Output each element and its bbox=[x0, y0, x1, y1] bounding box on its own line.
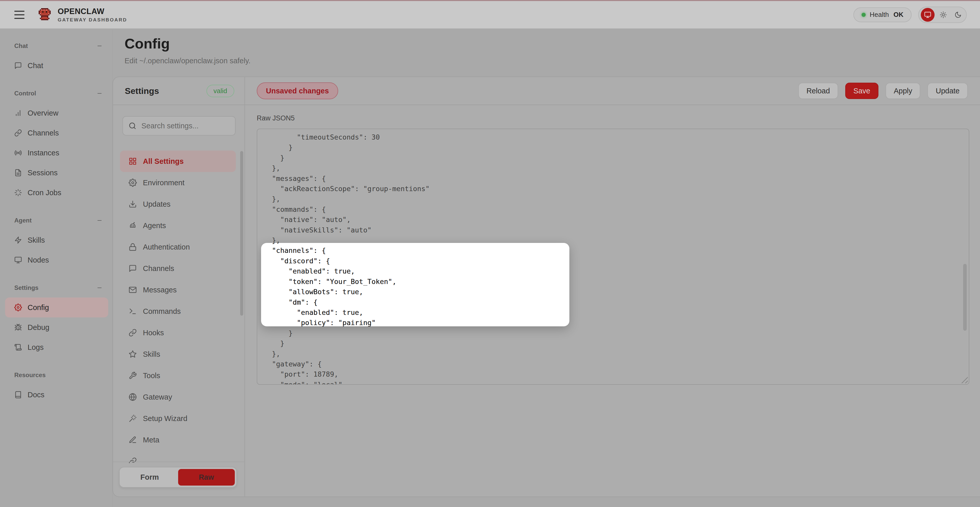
bug-icon bbox=[14, 324, 22, 331]
sidebar-section-header: Chat bbox=[0, 41, 112, 51]
category-item-setup-wizard[interactable]: Setup Wizard bbox=[120, 408, 236, 429]
search-input[interactable] bbox=[141, 121, 229, 130]
save-button[interactable]: Save bbox=[845, 83, 878, 99]
sidebar-item-docs[interactable]: Docs bbox=[5, 385, 108, 405]
category-item-commands[interactable]: Commands bbox=[120, 300, 236, 322]
raw-view-button[interactable]: Raw bbox=[178, 469, 235, 486]
editor-scrollbar[interactable] bbox=[963, 264, 967, 331]
scroll-icon bbox=[14, 343, 22, 351]
sidebar-section-header: Control bbox=[0, 88, 112, 99]
brand: OPENCLAW GATEWAY DASHBOARD bbox=[36, 6, 127, 24]
editor-label: Raw JSON5 bbox=[257, 114, 295, 122]
sidebar-item-label: Channels bbox=[27, 129, 59, 137]
app-root: OPENCLAW GATEWAY DASHBOARD Health OK Cha… bbox=[0, 0, 980, 507]
category-item-label: Setup Wizard bbox=[143, 414, 187, 423]
category-item-label: Skills bbox=[143, 350, 160, 359]
json-editor[interactable]: "timeoutSeconds": 30 } } }, "messages": … bbox=[257, 129, 969, 385]
bars-icon bbox=[14, 109, 22, 117]
page-subtitle: Edit ~/.openclaw/openclaw.json safely. bbox=[124, 57, 251, 65]
sidebar-section-label: Agent bbox=[14, 217, 32, 224]
zap-icon bbox=[14, 236, 22, 244]
apply-button[interactable]: Apply bbox=[886, 83, 921, 99]
category-item-meta[interactable]: Meta bbox=[120, 429, 236, 451]
category-item-gateway[interactable]: Gateway bbox=[120, 386, 236, 408]
sidebar-item-instances[interactable]: Instances bbox=[5, 143, 108, 163]
sidebar-item-skills[interactable]: Skills bbox=[5, 230, 108, 250]
category-item-channels[interactable]: Channels bbox=[120, 258, 236, 279]
theme-dark-button[interactable] bbox=[952, 9, 964, 21]
collapse-section-icon[interactable] bbox=[97, 218, 103, 224]
category-item-hooks[interactable]: Hooks bbox=[120, 322, 236, 343]
category-item-label: Messages bbox=[143, 286, 177, 294]
category-item-environment[interactable]: Environment bbox=[120, 172, 236, 194]
valid-badge: valid bbox=[207, 85, 234, 97]
sidebar-item-sessions[interactable]: Sessions bbox=[5, 163, 108, 183]
sidebar: ChatChatControlOverviewChannelsInstances… bbox=[0, 29, 113, 507]
category-item-label: Hooks bbox=[143, 329, 164, 337]
health-dot-icon bbox=[862, 13, 865, 17]
settings-search[interactable] bbox=[123, 116, 235, 135]
collapse-section-icon[interactable] bbox=[97, 90, 103, 97]
reload-button[interactable]: Reload bbox=[798, 83, 838, 99]
sidebar-item-chat[interactable]: Chat bbox=[5, 56, 108, 76]
form-view-button[interactable]: Form bbox=[121, 469, 178, 486]
category-item-label: All Settings bbox=[143, 157, 184, 165]
category-item-skills[interactable]: Skills bbox=[120, 343, 236, 365]
category-item-updates[interactable]: Updates bbox=[120, 194, 236, 215]
sidebar-item-label: Debug bbox=[27, 323, 49, 332]
monitor-icon bbox=[14, 256, 22, 264]
sidebar-section-header: Resources bbox=[0, 370, 112, 380]
category-item-clipped-14[interactable] bbox=[120, 451, 236, 463]
category-item-label: Channels bbox=[143, 264, 174, 273]
category-item-all-settings[interactable]: All Settings bbox=[120, 151, 236, 172]
collapse-section-icon[interactable] bbox=[97, 43, 103, 49]
menu-icon[interactable] bbox=[14, 11, 24, 19]
sidebar-section-label: Resources bbox=[14, 372, 46, 379]
sidebar-item-cron-jobs[interactable]: Cron Jobs bbox=[5, 183, 108, 203]
grid-icon bbox=[129, 157, 137, 165]
collapse-section-icon[interactable] bbox=[97, 285, 103, 291]
sidebar-item-debug[interactable]: Debug bbox=[5, 318, 108, 337]
loader-icon bbox=[14, 189, 22, 197]
category-item-label: Commands bbox=[143, 307, 181, 316]
link-icon bbox=[14, 129, 22, 137]
chat-icon bbox=[14, 62, 22, 69]
category-item-authentication[interactable]: Authentication bbox=[120, 236, 236, 258]
sidebar-item-logs[interactable]: Logs bbox=[5, 337, 108, 357]
view-mode-toggle: Form Raw bbox=[119, 467, 237, 488]
content-card: Settings valid All SettingsEnvironmentUp… bbox=[113, 76, 980, 497]
brand-name: OPENCLAW bbox=[58, 7, 127, 16]
link-icon bbox=[129, 329, 137, 337]
sidebar-item-label: Config bbox=[27, 304, 49, 312]
category-item-label: Agents bbox=[143, 221, 166, 230]
crab-logo-icon bbox=[36, 6, 53, 24]
sidebar-section-settings: SettingsConfigDebugLogs bbox=[0, 283, 112, 357]
settings-list-scrollbar[interactable] bbox=[240, 151, 243, 316]
category-item-messages[interactable]: Messages bbox=[120, 279, 236, 300]
update-button[interactable]: Update bbox=[928, 83, 968, 99]
book-icon bbox=[14, 391, 22, 399]
theme-system-button[interactable] bbox=[921, 8, 935, 22]
sidebar-item-overview[interactable]: Overview bbox=[5, 103, 108, 123]
sidebar-item-nodes[interactable]: Nodes bbox=[5, 250, 108, 270]
sidebar-item-label: Skills bbox=[27, 236, 45, 245]
sidebar-section-header: Settings bbox=[0, 283, 112, 293]
globe-icon bbox=[129, 393, 137, 401]
pencil-icon bbox=[129, 436, 137, 444]
config-toolbar: Unsaved changes Reload Save Apply Update bbox=[245, 77, 980, 105]
category-item-tools[interactable]: Tools bbox=[120, 365, 236, 386]
gear-icon bbox=[14, 304, 22, 311]
category-item-label: Environment bbox=[143, 179, 185, 187]
health-status-badge: Health OK bbox=[853, 7, 912, 22]
sidebar-item-config[interactable]: Config bbox=[5, 297, 108, 318]
category-item-agents[interactable]: Agents bbox=[120, 215, 236, 236]
sidebar-section-chat: ChatChat bbox=[0, 41, 112, 76]
terminal-icon bbox=[129, 307, 137, 315]
wand-icon bbox=[129, 414, 137, 423]
health-value: OK bbox=[894, 11, 904, 19]
health-label: Health bbox=[870, 11, 889, 19]
bot-icon bbox=[129, 221, 137, 230]
sidebar-item-channels[interactable]: Channels bbox=[5, 123, 108, 143]
sidebar-item-label: Sessions bbox=[27, 168, 58, 177]
theme-light-button[interactable] bbox=[937, 9, 950, 21]
